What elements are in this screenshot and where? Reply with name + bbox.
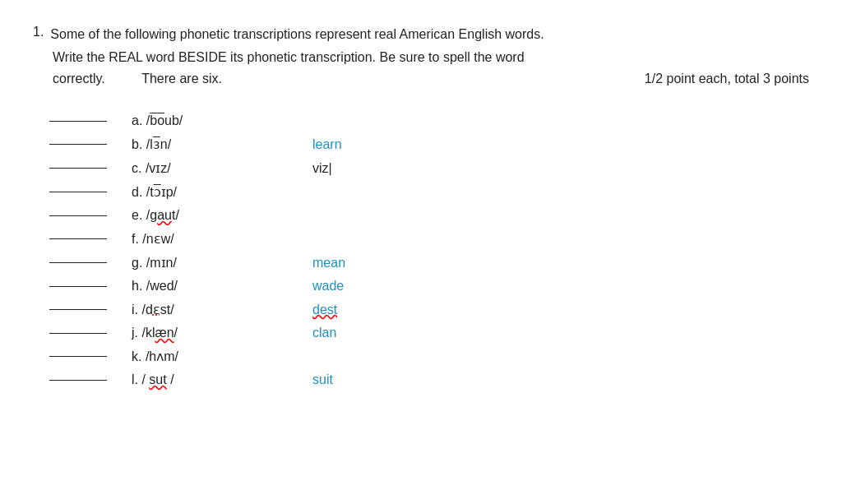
item-label-l: l. / sut / [132,372,296,387]
blank-j [49,333,107,334]
answer-i: dest [312,303,337,317]
item-row-h: h. /wed/ wade [49,279,809,294]
item-label-f: f. /nɛw/ [132,231,296,247]
answer-l: suit [312,372,333,387]
blank-c [49,168,107,169]
items-container: a. /boub/ b. /lɜn/ learn c. /vɪz/ viz| d… [33,113,809,387]
answer-c: viz| [312,161,332,176]
blank-b [49,144,107,145]
question-line3: correctly. There are six. 1/2 point each… [33,69,809,89]
item-row-a: a. /boub/ [49,113,809,128]
blank-a [49,121,107,122]
question-line2-text: Write the REAL word BESIDE its phonetic … [53,50,525,64]
blank-i [49,309,107,310]
item-row-b: b. /lɜn/ learn [49,136,809,152]
item-row-f: f. /nɛw/ [49,231,809,247]
item-label-h: h. /wed/ [132,279,296,294]
answer-j: clan [312,326,336,340]
item-label-e: e. /gaut/ [132,208,296,223]
answer-h: wade [312,279,344,294]
there-are-six-text: There are six. [141,72,222,86]
item-label-g: g. /mɪn/ [132,255,296,270]
item-label-j: j. /klæn/ [132,326,296,340]
blank-l [49,380,107,381]
question-header: 1. Some of the following phonetic transc… [33,25,809,89]
blank-g [49,262,107,263]
item-row-g: g. /mɪn/ mean [49,255,809,270]
item-label-c: c. /vɪz/ [132,160,296,176]
correctly-text: correctly. [53,72,105,86]
blank-d [49,192,107,192]
blank-k [49,356,107,357]
item-label-a: a. /boub/ [132,113,296,128]
blank-e [49,215,107,216]
item-row-d: d. /tɔɪp/ [49,184,809,200]
item-label-d: d. /tɔɪp/ [132,184,296,200]
answer-g: mean [312,256,345,270]
item-label-i: i. /dɛst/ [132,302,296,317]
item-row-e: e. /gaut/ [49,208,809,223]
item-label-k: k. /hʌm/ [132,349,296,364]
question-line3-left: correctly. There are six. [53,69,222,89]
item-row-c: c. /vɪz/ viz| [49,160,809,176]
item-row-l: l. / sut / suit [49,372,809,387]
question-scoring: 1/2 point each, total 3 points [645,69,809,89]
question-line2: Write the REAL word BESIDE its phonetic … [33,48,809,67]
item-row-j: j. /klæn/ clan [49,326,809,340]
item-label-b: b. /lɜn/ [132,136,296,152]
question-number: 1. [33,25,44,39]
blank-h [49,286,107,287]
item-row-k: k. /hʌm/ [49,349,809,364]
answer-b: learn [312,137,342,152]
item-row-i: i. /dɛst/ dest [49,302,809,317]
blank-f [49,238,107,239]
question-line1: Some of the following phonetic transcrip… [50,25,809,44]
